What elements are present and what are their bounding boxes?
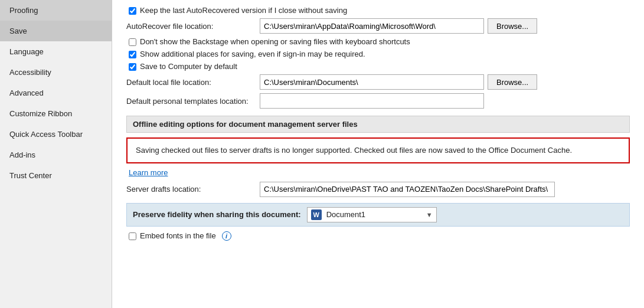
select-dropdown-arrow-icon: ▼ [426,211,433,218]
main-content: Keep the last AutoRecovered version if I… [112,0,644,308]
embed-fonts-label: Embed fonts in the file [140,231,216,240]
default-local-browse-button[interactable]: Browse... [488,74,537,90]
word-icon: W [311,209,322,220]
sidebar-item-advanced[interactable]: Advanced [0,83,112,103]
embed-fonts-checkbox[interactable] [129,232,136,240]
server-drafts-row: Server drafts location: [126,182,630,197]
embed-fonts-info-icon[interactable]: i [222,231,231,241]
save-computer-checkbox-label: Save to Computer by default [140,62,237,71]
autorecover-browse-button[interactable]: Browse... [488,18,537,34]
default-personal-label: Default personal templates location: [126,97,256,106]
default-personal-row: Default personal templates location: [126,93,630,109]
offline-info-box: Saving checked out files to server draft… [126,137,630,163]
sidebar-item-save[interactable]: Save [0,21,112,41]
sidebar-item-proofing[interactable]: Proofing [0,0,112,21]
backstage-checkbox[interactable] [129,38,136,46]
save-computer-checkbox[interactable] [129,63,136,71]
sidebar-item-accessibility[interactable]: Accessibility [0,62,112,83]
additional-places-checkbox-label: Show additional places for saving, even … [140,50,365,58]
sidebar-item-language[interactable]: Language [0,41,112,62]
autorecover-location-row: AutoRecover file location: Browse... [126,18,630,34]
default-local-row: Default local file location: Browse... [126,74,630,90]
sidebar-item-customize-ribbon[interactable]: Customize Ribbon [0,103,112,124]
additional-places-checkbox-row: Show additional places for saving, even … [126,50,630,58]
autorecover-checkbox[interactable] [129,7,136,15]
sidebar: Proofing Save Language Accessibility Adv… [0,0,112,308]
learn-more-link[interactable]: Learn more [126,168,168,177]
sidebar-item-trust-center[interactable]: Trust Center [0,165,112,186]
backstage-checkbox-row: Don't show the Backstage when opening or… [126,37,630,46]
save-computer-checkbox-row: Save to Computer by default [126,62,630,71]
document-name: Document1 [326,210,365,219]
sidebar-item-quick-access-toolbar[interactable]: Quick Access Toolbar [0,124,112,145]
server-drafts-input[interactable] [260,182,555,197]
offline-section-header: Offline editing options for document man… [126,116,630,133]
autorecover-location-label: AutoRecover file location: [126,22,256,31]
autorecover-location-input[interactable] [260,18,484,34]
server-drafts-label: Server drafts location: [126,185,256,194]
autorecover-checkbox-row: Keep the last AutoRecovered version if I… [126,6,630,15]
document-select[interactable]: W Document1 ▼ [307,207,437,222]
additional-places-checkbox[interactable] [129,51,136,58]
backstage-checkbox-label: Don't show the Backstage when opening or… [140,37,410,46]
default-personal-input[interactable] [260,93,484,109]
preserve-fidelity-row: Preserve fidelity when sharing this docu… [126,203,630,227]
default-local-input[interactable] [260,74,484,90]
embed-fonts-checkbox-row: Embed fonts in the file i [126,231,630,241]
sidebar-item-add-ins[interactable]: Add-ins [0,145,112,165]
default-local-label: Default local file location: [126,78,256,87]
autorecover-checkbox-label: Keep the last AutoRecovered version if I… [140,6,347,15]
preserve-fidelity-label: Preserve fidelity when sharing this docu… [133,210,301,219]
